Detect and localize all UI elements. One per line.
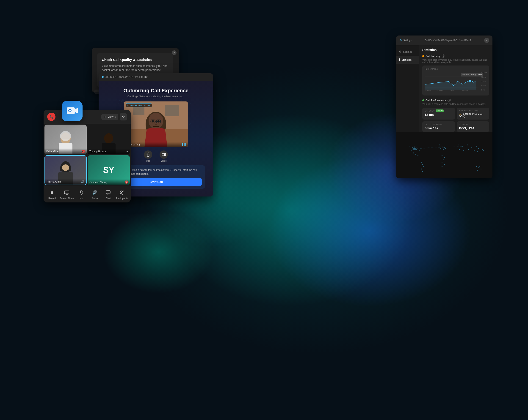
svg-point-22 bbox=[119, 100, 120, 101]
svg-point-105 bbox=[443, 159, 444, 160]
svg-point-23 bbox=[121, 101, 122, 102]
svg-rect-18 bbox=[106, 191, 110, 194]
end-call-button[interactable]: 📞 bbox=[47, 113, 56, 121]
svg-point-43 bbox=[190, 103, 191, 104]
kaite-mic-badge: 🔇 bbox=[82, 150, 85, 153]
svg-point-117 bbox=[468, 149, 469, 150]
video-button[interactable] bbox=[160, 150, 168, 159]
svg-point-7 bbox=[60, 131, 71, 141]
svg-point-32 bbox=[150, 100, 151, 101]
svg-point-96 bbox=[422, 171, 423, 172]
toolbar-record[interactable]: ⏺ Record bbox=[46, 189, 58, 200]
svg-point-19 bbox=[120, 191, 122, 193]
svg-point-107 bbox=[444, 164, 445, 165]
mic-icon bbox=[78, 189, 85, 196]
participant-tile-savanna: SY Savanna Young 🔇 bbox=[88, 155, 130, 185]
svg-point-3 bbox=[69, 110, 71, 112]
latency-info-icon[interactable]: ℹ bbox=[442, 55, 445, 58]
view-button[interactable]: ⊞ View ▾ bbox=[101, 114, 118, 120]
stats-panel: ⚙ Settings Call ID: e14124312-1bgas412-5… bbox=[396, 35, 492, 178]
svg-point-45 bbox=[190, 123, 191, 124]
toolbar-mic[interactable]: Mic bbox=[76, 189, 87, 200]
y-label-0ms: 0 ms bbox=[481, 89, 487, 91]
svg-point-89 bbox=[413, 153, 414, 153]
metric-region: REGION BOS, USA bbox=[457, 121, 489, 132]
svg-point-111 bbox=[467, 145, 468, 145]
performance-info-icon[interactable]: ℹ bbox=[447, 99, 451, 102]
svg-point-99 bbox=[444, 147, 445, 148]
audio-label: Audio bbox=[92, 197, 98, 200]
connected-badge: Connected to BOS, USA bbox=[126, 103, 152, 107]
settings-label: Settings bbox=[403, 39, 411, 42]
svg-point-123 bbox=[480, 169, 481, 170]
svg-text:23:10:00: 23:10:00 bbox=[425, 90, 431, 91]
svg-point-28 bbox=[120, 106, 121, 106]
record-icon: ⏺ bbox=[48, 189, 56, 196]
toolbar-screen-share[interactable]: Screen Share bbox=[60, 189, 74, 200]
chart-tooltip: 23:15:22 Latency 14 ms bbox=[461, 73, 483, 77]
participant-tile-tommy: Tommy Brooks ··· bbox=[88, 125, 130, 154]
stats-close-button[interactable]: × bbox=[484, 38, 489, 43]
mic-label: Mic bbox=[80, 197, 83, 200]
svg-point-124 bbox=[480, 166, 480, 167]
svg-point-39 bbox=[171, 99, 172, 100]
metric-latency: LATENCY GOOD 12 ms bbox=[422, 108, 455, 120]
svg-point-20 bbox=[122, 191, 124, 192]
video-control[interactable]: Video bbox=[160, 150, 168, 162]
settings-button[interactable]: ⚙ bbox=[120, 113, 127, 120]
chart-title: Call Timeline bbox=[425, 68, 487, 70]
optimizing-title: Optimizing Call Experience bbox=[103, 88, 209, 94]
metrics-grid: LATENCY GOOD 12 ms E2E ENCRYPTION 🔒 Enab… bbox=[422, 108, 489, 132]
chat-label: Chat bbox=[106, 197, 110, 200]
svg-point-106 bbox=[442, 162, 443, 163]
svg-point-98 bbox=[442, 146, 443, 147]
tommy-dots-badge: ··· bbox=[126, 150, 128, 153]
mic-control[interactable]: Mic bbox=[144, 150, 152, 162]
settings-nav-icon: ⚙ bbox=[399, 50, 402, 53]
svg-point-27 bbox=[118, 103, 119, 104]
metric-encryption: E2E ENCRYPTION 🔒 Enabled (AES-256-GCM) bbox=[457, 108, 489, 120]
savanna-mic-badge: 🔇 bbox=[125, 181, 128, 184]
svg-point-31 bbox=[153, 99, 154, 100]
video-preview: Connected to BOS, USA Tester 1 (You) ▐▐▐ bbox=[124, 102, 188, 147]
metric-region-value: BOS, USA bbox=[459, 126, 487, 130]
latency-desc: Very high latency values may reduce call… bbox=[422, 59, 489, 64]
statistics-nav-icon: ℹ bbox=[399, 58, 400, 61]
svg-point-101 bbox=[443, 149, 444, 150]
metric-encryption-value: 🔒 Enabled (AES-256-GCM) bbox=[459, 113, 487, 118]
participant-tile-kaite: Kaite Miller 🔇 bbox=[45, 125, 87, 154]
participants-grid: Kaite Miller 🔇 Tommy Brooks ··· bbox=[44, 124, 131, 186]
svg-point-83 bbox=[409, 146, 410, 147]
svg-point-66 bbox=[155, 124, 157, 125]
toolbar-chat[interactable]: Chat bbox=[102, 189, 114, 200]
svg-text:23:20:00: 23:20:00 bbox=[449, 90, 455, 91]
svg-rect-15 bbox=[81, 190, 82, 193]
svg-point-41 bbox=[181, 100, 181, 101]
svg-point-102 bbox=[445, 148, 446, 149]
metric-latency-value: 12 ms bbox=[425, 113, 453, 117]
call-panel: 📞 ⊞ View ▾ ⚙ bbox=[44, 110, 131, 203]
stats-map-svg bbox=[396, 132, 492, 178]
svg-point-92 bbox=[421, 162, 422, 163]
stats-nav-statistics[interactable]: ℹ Statistics bbox=[396, 56, 419, 64]
stats-nav-settings[interactable]: ⚙ Settings bbox=[396, 48, 419, 56]
performance-dot bbox=[422, 99, 424, 101]
toolbar-audio[interactable]: 🔊 Audio bbox=[89, 189, 101, 200]
tooltip-close-button[interactable]: × bbox=[172, 50, 177, 55]
call-panel-header: 📞 ⊞ View ▾ ⚙ bbox=[44, 110, 131, 124]
svg-point-65 bbox=[157, 120, 160, 123]
svg-point-118 bbox=[474, 150, 475, 151]
savanna-initials: SY bbox=[103, 165, 114, 175]
svg-point-64 bbox=[152, 120, 154, 123]
participant-name-fatima: Fatima Amin bbox=[47, 180, 61, 183]
view-label: View bbox=[108, 115, 113, 118]
metric-latency-label: LATENCY GOOD bbox=[425, 110, 453, 112]
main-call-header: e14124312-1bgas412-512qw-d41412 bbox=[99, 73, 213, 81]
y-label-25ms: 25 ms bbox=[481, 84, 487, 87]
mic-button[interactable] bbox=[144, 150, 152, 159]
svg-rect-55 bbox=[133, 106, 144, 115]
svg-point-97 bbox=[439, 145, 440, 145]
performance-desc: Your call is receiving data and the conn… bbox=[422, 103, 489, 105]
latency-subsection: Call Latency ℹ Very high latency values … bbox=[422, 55, 489, 95]
toolbar-participants[interactable]: Participants bbox=[116, 189, 128, 200]
